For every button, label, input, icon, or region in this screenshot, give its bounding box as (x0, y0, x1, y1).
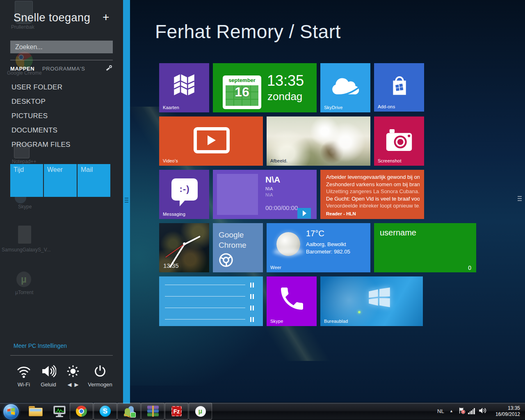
wifi-button[interactable]: Wi-Fi (11, 363, 37, 388)
ghost-label: Skype (18, 204, 32, 210)
explorer-folder-icon (29, 406, 43, 416)
taskbar-utorrent[interactable]: µ (189, 403, 212, 420)
sidebar-item-desktop[interactable]: DESKTOP (11, 98, 46, 106)
taskbar-filezilla[interactable]: Fz (165, 403, 188, 420)
media-artist: N\A (265, 192, 273, 197)
tile-label: Skype (270, 319, 283, 324)
badge-count: 0 (468, 265, 471, 271)
slider[interactable] (165, 294, 258, 299)
cloud-icon (329, 75, 362, 98)
slider[interactable] (165, 282, 258, 288)
tile-label: Bureaublad (324, 319, 348, 324)
tile-screenshot[interactable]: Screenshot (374, 116, 424, 166)
network-signal-icon[interactable] (468, 408, 475, 414)
ghost-label: µTorrent (15, 290, 33, 295)
tile-skydrive[interactable]: SkyDrive (320, 63, 370, 112)
sidebar-item-program-files[interactable]: PROGRAM FILES (11, 141, 71, 149)
taskbar-messenger[interactable] (117, 403, 141, 420)
tab-mappen[interactable]: MAPPEN (10, 66, 34, 72)
play-button[interactable] (297, 208, 311, 219)
taskbar-windows-explorer[interactable] (25, 403, 46, 420)
ghost-label: Prullenbak (11, 24, 34, 30)
tile-afbeeldingen[interactable]: Afbeeld. (267, 116, 370, 166)
tile-agenda[interactable]: september 16 13:35 zondag (213, 63, 317, 112)
brightness-arrows[interactable]: ◀ ▶ (60, 381, 86, 388)
wifi-icon (11, 363, 37, 379)
tab-programmas[interactable]: PROGRAMMA'S (42, 66, 85, 72)
show-hidden-icons-arrow[interactable]: ▲ (450, 409, 453, 413)
tile-label: Add-ons (378, 104, 395, 109)
messenger-icon (123, 406, 135, 417)
document-icon (18, 226, 31, 244)
tile-sliders[interactable] (159, 276, 263, 326)
tile-username[interactable]: username 0 (374, 223, 476, 272)
wrench-icon[interactable] (106, 65, 112, 71)
tile-label: SkyDrive (324, 105, 343, 110)
start-button[interactable] (3, 404, 19, 420)
action-center-flag-icon[interactable] (458, 407, 466, 414)
sidebar-item-documents[interactable]: DOCUMENTS (11, 126, 57, 135)
search-input[interactable] (10, 41, 113, 53)
tile-media-player[interactable]: N\A N\A N\A 00:00/00:00 (213, 170, 317, 219)
agenda-weekday: zondag (267, 90, 302, 103)
slider[interactable] (165, 317, 258, 322)
tile-label: Weer (270, 265, 281, 270)
divider (10, 355, 113, 356)
media-title: N\A (265, 175, 280, 185)
tray-date: 16/09/2012 (488, 411, 520, 418)
taskbar-winrar[interactable] (141, 403, 164, 420)
brightness-button[interactable]: ◀ ▶ (60, 363, 86, 388)
slider[interactable] (165, 305, 258, 311)
power-button[interactable]: Vermogen (87, 363, 113, 388)
ghost-label: Notepad++ (12, 159, 36, 164)
speaker-icon (35, 363, 62, 379)
agenda-time: 13:35 (267, 72, 304, 89)
camera-icon (383, 125, 415, 157)
tile-news-reader[interactable]: Arbeider levensgevaarlijk gewond bij on.… (320, 170, 424, 219)
digital-time: 13:35 (163, 262, 179, 269)
sidebar-item-pictures[interactable]: PICTURES (11, 112, 48, 120)
taskbar-clock[interactable]: 13:35 16/09/2012 (488, 405, 520, 418)
ghost-label: SamsungGalaxyS_V... (2, 247, 51, 253)
tile-messaging[interactable]: :-) Messaging (159, 170, 209, 219)
chat-bubble-icon: :-) (171, 178, 198, 201)
add-button[interactable]: + (103, 11, 109, 24)
tile-weer[interactable]: 17°C Aalborg, Bewolkt Barometer: 982.05 … (267, 223, 370, 272)
weather-barometer: Barometer: 982.05 (306, 249, 350, 255)
screen: Prullenbak Google Chrome Notepad++ Skype… (0, 0, 525, 420)
headline: Zeshonderd varkens komen om bij bran... (326, 181, 420, 188)
headline: Arbeider levensgevaarlijk gewond bij on.… (326, 173, 420, 181)
tile-google-chrome[interactable]: Google Chrome (213, 223, 263, 272)
monitor-icon (52, 406, 66, 417)
quick-access-panel: Prullenbak Google Chrome Notepad++ Skype… (0, 0, 123, 402)
tile-kaarten[interactable]: Kaarten (159, 63, 209, 112)
store-bag-icon (388, 70, 411, 103)
taskbar-skype[interactable]: S (94, 403, 117, 420)
widget-tile-weer[interactable]: Weer (44, 164, 77, 197)
tile-bureaublad[interactable]: Bureaublad (320, 276, 423, 326)
tile-label: Afbeeld. (270, 158, 288, 163)
taskbar-system-monitor[interactable] (49, 403, 70, 420)
taskbar-google-chrome[interactable] (70, 403, 93, 420)
username-text: username (380, 228, 416, 237)
windows-logo (368, 287, 391, 308)
volume-icon[interactable] (478, 407, 486, 414)
sidebar-item-user-folder[interactable]: USER FOLDER (11, 83, 62, 91)
weather-location: Aalborg, Bewolkt (306, 241, 346, 247)
sound-button[interactable]: Geluid (35, 363, 62, 388)
windows-flag-icon (7, 408, 15, 415)
right-edge-grip-handle[interactable] (518, 196, 522, 201)
language-indicator[interactable]: NL (437, 408, 444, 414)
tile-videos[interactable]: Video's (159, 116, 263, 166)
power-icon (87, 363, 113, 379)
more-pc-settings-link[interactable]: Meer PC Instellingen (14, 342, 67, 349)
tile-skype[interactable]: Skype (267, 276, 317, 326)
widget-tile-mail[interactable]: Mail (78, 164, 110, 197)
wallpaper-sparkle (358, 311, 361, 313)
tile-addons[interactable]: Add-ons (374, 63, 424, 112)
tile-clock[interactable]: 13:35 (159, 223, 209, 272)
widget-tile-tijd[interactable]: Tijd (10, 164, 43, 197)
media-subtitle: N\A (265, 186, 273, 191)
tray-time: 13:35 (488, 405, 520, 411)
chrome-icon (76, 406, 87, 417)
